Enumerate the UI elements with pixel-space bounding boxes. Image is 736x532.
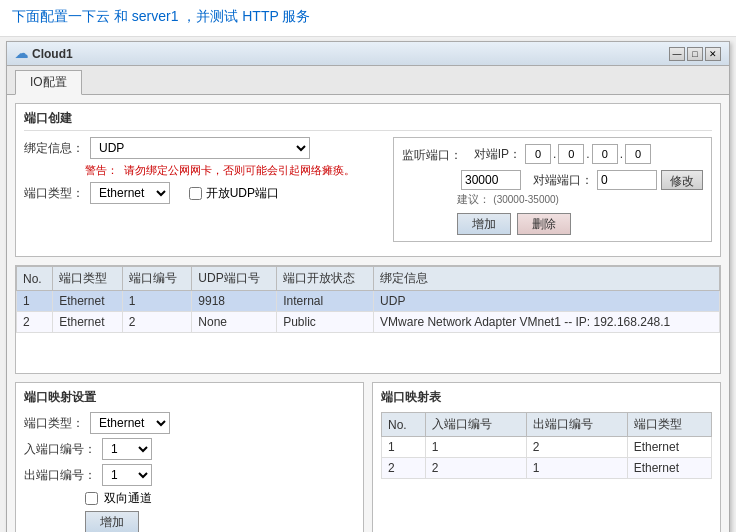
ip-seg-3[interactable] xyxy=(592,144,618,164)
table-row[interactable]: 1 1 2 Ethernet xyxy=(382,437,712,458)
port-mapping-settings: 端口映射设置 端口类型： Ethernet 入端口编号： 1 出端口编号： xyxy=(15,382,364,532)
cloud-icon: ☁ xyxy=(15,46,28,61)
ip-input-row: . . . xyxy=(525,144,651,164)
table-row[interactable]: 2 Ethernet 2 None Public VMware Network … xyxy=(17,312,720,333)
warning-row: 警告： 请勿绑定公网网卡，否则可能会引起网络瘫痪。 xyxy=(85,163,385,178)
mapping-table-title: 端口映射表 xyxy=(381,389,712,406)
bind-select[interactable]: UDP xyxy=(90,137,310,159)
listen-port-input[interactable] xyxy=(461,170,521,190)
port-type-select[interactable]: Ethernet xyxy=(90,182,170,204)
col-status: 端口开放状态 xyxy=(277,267,374,291)
bidirectional-checkbox[interactable] xyxy=(85,492,98,505)
out-port-label: 出端口编号： xyxy=(24,467,96,484)
open-udp-checkbox[interactable] xyxy=(189,187,202,200)
modify-button[interactable]: 修改 xyxy=(661,170,703,190)
top-section-layout: 绑定信息： UDP 警告： 请勿绑定公网网卡，否则可能会引起网络瘫痪。 端口类型… xyxy=(24,137,712,242)
bind-info-row: 绑定信息： UDP xyxy=(24,137,385,159)
cell-type: Ethernet xyxy=(53,291,123,312)
out-port-select[interactable]: 1 xyxy=(102,464,152,486)
tab-io-config[interactable]: IO配置 xyxy=(15,70,82,95)
cell-number: 2 xyxy=(122,312,192,333)
ip-seg-4[interactable] xyxy=(625,144,651,164)
map-cell-out: 1 xyxy=(526,458,627,479)
map-cell-out: 2 xyxy=(526,437,627,458)
listen-value-row: 对端端口： 修改 xyxy=(402,170,703,190)
map-col-out: 出端口编号 xyxy=(526,413,627,437)
hint-text: (30000-35000) xyxy=(493,194,559,205)
tab-bar: IO配置 xyxy=(7,66,729,95)
cell-udp: None xyxy=(192,312,277,333)
map-cell-no: 1 xyxy=(382,437,426,458)
peer-port-label: 对端端口： xyxy=(533,172,593,189)
maximize-btn[interactable]: □ xyxy=(687,47,703,61)
cell-status: Internal xyxy=(277,291,374,312)
port-creation-section: 端口创建 绑定信息： UDP 警告： 请勿绑定公网网卡，否则可能会引起网络瘫痪。 xyxy=(15,103,721,257)
port-mapping-table: 端口映射表 No. 入端口编号 出端口编号 端口类型 1 1 2 Etherne… xyxy=(372,382,721,532)
port-type-row: 端口类型： Ethernet 开放UDP端口 xyxy=(24,182,385,204)
cell-bind: UDP xyxy=(374,291,720,312)
warning-text: 请勿绑定公网网卡，否则可能会引起网络瘫痪。 xyxy=(124,163,355,178)
listen-port-row: 监听端口： 对端IP： . . . xyxy=(402,144,703,167)
open-udp-checkbox-row: 开放UDP端口 xyxy=(189,185,279,202)
map-type-select[interactable]: Ethernet xyxy=(90,412,170,434)
listen-port-label: 监听端口： xyxy=(402,147,462,164)
cell-type: Ethernet xyxy=(53,312,123,333)
suggest-label: 建议： xyxy=(457,193,490,205)
col-no: No. xyxy=(17,267,53,291)
peer-ip-label: 对端IP： xyxy=(466,146,521,163)
port-data-table: No. 端口类型 端口编号 UDP端口号 端口开放状态 绑定信息 1 Ether… xyxy=(16,266,720,333)
window-titlebar: ☁ Cloud1 — □ ✕ xyxy=(7,42,729,66)
ip-seg-2[interactable] xyxy=(558,144,584,164)
delete-port-button[interactable]: 删除 xyxy=(517,213,571,235)
port-type-label: 端口类型： xyxy=(24,185,84,202)
map-add-button[interactable]: 增加 xyxy=(85,511,139,532)
bidirectional-label: 双向通道 xyxy=(104,490,152,507)
left-form: 绑定信息： UDP 警告： 请勿绑定公网网卡，否则可能会引起网络瘫痪。 端口类型… xyxy=(24,137,385,242)
table-row[interactable]: 2 2 1 Ethernet xyxy=(382,458,712,479)
bidirectional-row: 双向通道 xyxy=(85,490,355,507)
cell-number: 1 xyxy=(122,291,192,312)
map-cell-no: 2 xyxy=(382,458,426,479)
map-col-no: No. xyxy=(382,413,426,437)
mapping-settings-title: 端口映射设置 xyxy=(24,389,355,406)
header-text: 下面配置一下云 和 server1 ，并测试 HTTP 服务 xyxy=(12,8,310,24)
cell-bind: VMware Network Adapter VMnet1 -- IP: 192… xyxy=(374,312,720,333)
col-bind: 绑定信息 xyxy=(374,267,720,291)
in-port-select[interactable]: 1 xyxy=(102,438,152,460)
section-title-port-creation: 端口创建 xyxy=(24,110,712,131)
cell-no: 2 xyxy=(17,312,53,333)
window: ☁ Cloud1 — □ ✕ IO配置 端口创建 绑定信息： xyxy=(6,41,730,532)
minimize-btn[interactable]: — xyxy=(669,47,685,61)
cell-no: 1 xyxy=(17,291,53,312)
window-title-text: Cloud1 xyxy=(32,47,73,61)
page-header: 下面配置一下云 和 server1 ，并测试 HTTP 服务 xyxy=(0,0,736,37)
map-cell-type: Ethernet xyxy=(627,437,711,458)
peer-port-input[interactable] xyxy=(597,170,657,190)
close-btn[interactable]: ✕ xyxy=(705,47,721,61)
in-port-label: 入端口编号： xyxy=(24,441,96,458)
map-type-row: 端口类型： Ethernet xyxy=(24,412,355,434)
add-delete-row: 增加 删除 xyxy=(457,213,703,235)
col-udp: UDP端口号 xyxy=(192,267,277,291)
open-udp-label: 开放UDP端口 xyxy=(206,185,279,202)
map-cell-in: 2 xyxy=(425,458,526,479)
map-type-label: 端口类型： xyxy=(24,415,84,432)
table-row[interactable]: 1 Ethernet 1 9918 Internal UDP xyxy=(17,291,720,312)
mapping-data-table: No. 入端口编号 出端口编号 端口类型 1 1 2 Ethernet 2 2 … xyxy=(381,412,712,479)
col-number: 端口编号 xyxy=(122,267,192,291)
ip-seg-1[interactable] xyxy=(525,144,551,164)
add-port-button[interactable]: 增加 xyxy=(457,213,511,235)
map-col-in: 入端口编号 xyxy=(425,413,526,437)
warning-label: 警告： xyxy=(85,163,118,178)
col-type: 端口类型 xyxy=(53,267,123,291)
map-cell-type: Ethernet xyxy=(627,458,711,479)
bottom-sections: 端口映射设置 端口类型： Ethernet 入端口编号： 1 出端口编号： xyxy=(15,382,721,532)
window-content: 端口创建 绑定信息： UDP 警告： 请勿绑定公网网卡，否则可能会引起网络瘫痪。 xyxy=(7,95,729,532)
right-panel: 监听端口： 对端IP： . . . xyxy=(393,137,712,242)
map-cell-in: 1 xyxy=(425,437,526,458)
out-port-row: 出端口编号： 1 xyxy=(24,464,355,486)
port-table-section: No. 端口类型 端口编号 UDP端口号 端口开放状态 绑定信息 1 Ether… xyxy=(15,265,721,374)
window-controls: — □ ✕ xyxy=(669,47,721,61)
window-title: ☁ Cloud1 xyxy=(15,46,73,61)
peer-ip-row: 对端IP： . . . xyxy=(466,144,651,164)
